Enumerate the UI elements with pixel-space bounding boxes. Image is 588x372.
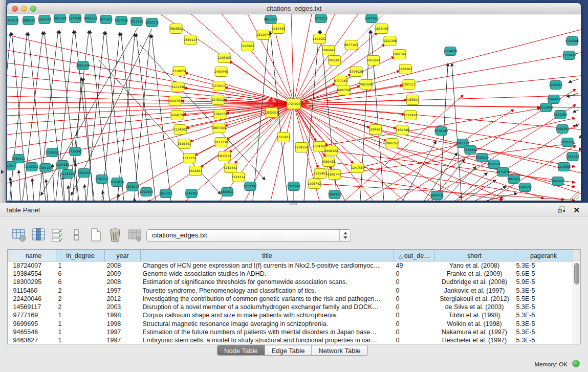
- cell-out-de-[interactable]: 0: [394, 270, 435, 278]
- new-document-icon[interactable]: [88, 227, 103, 243]
- cell-year[interactable]: 2008: [105, 278, 141, 286]
- cell-out-de-[interactable]: 0: [394, 278, 435, 286]
- cell-in-degree[interactable]: 2: [56, 295, 105, 303]
- cell-out-de-[interactable]: 0: [394, 328, 435, 336]
- cell-title[interactable]: Embryonic stem cells: a model to study s…: [141, 336, 394, 344]
- cell-pagerank[interactable]: 5.3E-5: [514, 320, 573, 328]
- cell-in-degree[interactable]: 1: [56, 261, 105, 270]
- cell-title[interactable]: Structural magnetic resonance image aver…: [141, 320, 394, 328]
- select-column-icon[interactable]: [31, 227, 46, 243]
- column-narrow-icon[interactable]: [69, 227, 84, 243]
- column-header-name[interactable]: name: [11, 250, 56, 261]
- table-row[interactable]: 1938455462009Genome-wide association stu…: [8, 270, 573, 278]
- cell-name[interactable]: 18300295: [11, 278, 56, 286]
- column-header-year[interactable]: year: [105, 250, 141, 261]
- table-row[interactable]: 1830029562008Estimation of significance …: [8, 278, 573, 286]
- cell-out-de-[interactable]: 0: [394, 303, 435, 311]
- cell-in-degree[interactable]: 1: [56, 320, 105, 328]
- cell-name[interactable]: 14569117: [11, 303, 56, 311]
- cell-in-degree[interactable]: 2: [56, 303, 105, 311]
- cell-short[interactable]: Stergiakouli et al. (2012): [435, 295, 514, 303]
- cell-year[interactable]: 2012: [105, 295, 141, 303]
- cell-in-degree[interactable]: 6: [56, 278, 105, 286]
- table-row[interactable]: 946362711997Embryonic stem cells: a mode…: [8, 336, 573, 344]
- cell-name[interactable]: 9463627: [11, 336, 56, 344]
- cell-year[interactable]: 1997: [105, 328, 141, 336]
- cell-in-degree[interactable]: 1: [56, 336, 105, 344]
- cell-short[interactable]: Yano et al. (2008): [435, 261, 514, 270]
- cell-short[interactable]: Hescheler et al. (1997): [435, 336, 514, 344]
- cell-pagerank[interactable]: 5.3E-5: [514, 336, 573, 344]
- column-header-short[interactable]: short: [435, 250, 514, 261]
- cell-year[interactable]: 2003: [105, 303, 141, 311]
- network-view-window[interactable]: citations_edges.txt 14055712089140162424…: [7, 3, 581, 201]
- table-selector-dropdown[interactable]: citations_edges.txt: [146, 229, 351, 242]
- cell-name[interactable]: 9777169: [11, 311, 56, 319]
- cell-pagerank[interactable]: 5.3E-5: [514, 286, 573, 294]
- cell-title[interactable]: Tourette syndrome. Phenomenology and cla…: [141, 286, 394, 294]
- cell-short[interactable]: Jankovic et al. (1997): [435, 286, 514, 294]
- cell-year[interactable]: 1998: [105, 320, 141, 328]
- cell-title[interactable]: Estimation of significance thresholds fo…: [141, 278, 394, 286]
- table-row[interactable]: 911546021997Tourette syndrome. Phenomeno…: [8, 286, 573, 294]
- float-panel-icon[interactable]: [558, 206, 565, 213]
- cell-year[interactable]: 1997: [105, 286, 141, 294]
- scrollbar-thumb[interactable]: [574, 263, 579, 285]
- cell-name[interactable]: 18724007: [11, 261, 56, 270]
- cell-year[interactable]: 2009: [105, 270, 141, 278]
- cell-year[interactable]: 2008: [105, 261, 141, 270]
- cell-title[interactable]: Corpus callosum shape and size in male p…: [141, 311, 394, 319]
- cell-in-degree[interactable]: 6: [56, 270, 105, 278]
- cell-title[interactable]: Disruption of a novel member of a sodium…: [141, 303, 394, 311]
- cell-pagerank[interactable]: 5.5E-5: [514, 295, 573, 303]
- cell-title[interactable]: Investigating the contribution of common…: [141, 295, 394, 303]
- node-table[interactable]: namein_degreeyeartitle△out_de…shortpager…: [8, 250, 573, 344]
- citation-network-graph[interactable]: 1405571208914016242441065328152760294661…: [7, 14, 581, 201]
- cell-name[interactable]: 9465546: [11, 328, 56, 336]
- cell-out-de-[interactable]: 0: [394, 286, 435, 294]
- cell-in-degree[interactable]: 2: [56, 286, 105, 294]
- table-row[interactable]: 1872400712008Changes of HCN gene express…: [8, 261, 573, 270]
- column-header-title[interactable]: title: [141, 250, 394, 261]
- table-row[interactable]: 2242004622012Investigating the contribut…: [8, 295, 573, 303]
- table-row[interactable]: 946554611997Estimation of the future num…: [8, 328, 573, 336]
- cell-out-de-[interactable]: 0: [394, 295, 435, 303]
- cell-in-degree[interactable]: 1: [56, 328, 105, 336]
- panel-resize-handle[interactable]: [290, 203, 297, 205]
- cell-short[interactable]: de Silva et al. (2003): [435, 303, 514, 311]
- network-window-titlebar[interactable]: citations_edges.txt: [7, 3, 581, 14]
- table-row[interactable]: 977716911998Corpus callosum shape and si…: [8, 311, 573, 319]
- collapse-arrow-icon[interactable]: [1, 170, 4, 174]
- cell-out-de-[interactable]: 0: [394, 336, 435, 344]
- cell-pagerank[interactable]: 5.9E-5: [514, 278, 573, 286]
- cell-pagerank[interactable]: 5.3E-5: [514, 311, 573, 319]
- column-header-pagerank[interactable]: pagerank: [514, 250, 573, 261]
- tab-node-table[interactable]: Node Table: [217, 345, 265, 355]
- column-header-in-degree[interactable]: in_degree: [56, 250, 105, 261]
- cell-title[interactable]: Changes of HCN gene expression and I(f) …: [141, 261, 394, 270]
- cell-out-de-[interactable]: 0: [394, 320, 435, 328]
- cell-out-de-[interactable]: 49: [394, 261, 435, 270]
- left-splitter-gutter[interactable]: [0, 0, 6, 203]
- close-panel-icon[interactable]: ✕: [573, 206, 580, 215]
- cell-pagerank[interactable]: 5.3E-5: [514, 328, 573, 336]
- cell-name[interactable]: 19384554: [11, 270, 56, 278]
- cell-short[interactable]: Wolkin et al. (1998): [435, 320, 514, 328]
- cell-title[interactable]: Genome-wide association studies in ADHD.: [141, 270, 394, 278]
- column-header-out-de-[interactable]: △out_de…: [394, 250, 435, 261]
- table-row[interactable]: 1456911722003Disruption of a novel membe…: [8, 303, 573, 311]
- tab-edge-table[interactable]: Edge Table: [265, 345, 312, 355]
- memory-ok-indicator-icon[interactable]: [572, 360, 580, 367]
- cell-short[interactable]: Nakamura et al. (1997): [435, 328, 514, 336]
- select-rows-icon[interactable]: ✓ ✓ ✓: [50, 227, 66, 243]
- cell-pagerank[interactable]: 5.6E-5: [514, 270, 573, 278]
- table-row[interactable]: 969969511998Structural magnetic resonanc…: [8, 320, 573, 328]
- cell-short[interactable]: Franke et al. (2009): [435, 270, 514, 278]
- cell-pagerank[interactable]: 5.3E-5: [514, 261, 573, 270]
- cell-name[interactable]: 9699695: [11, 320, 56, 328]
- cell-name[interactable]: 9115460: [11, 286, 56, 294]
- cell-name[interactable]: 22420046: [11, 295, 56, 303]
- cell-in-degree[interactable]: 1: [56, 311, 105, 319]
- cell-out-de-[interactable]: 0: [394, 311, 435, 319]
- vertical-scrollbar[interactable]: [573, 250, 580, 344]
